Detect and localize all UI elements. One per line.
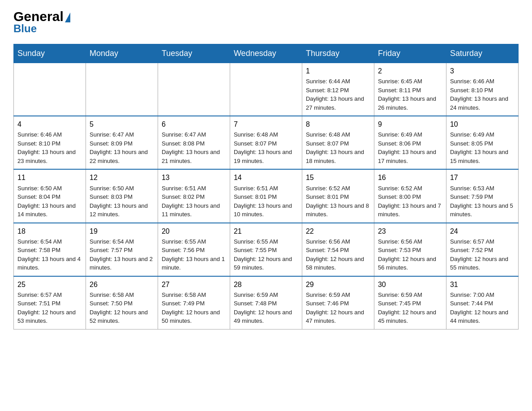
day-info: Sunrise: 6:50 AMSunset: 8:04 PMDaylight:… — [17, 184, 82, 219]
day-info: Sunrise: 6:53 AMSunset: 7:59 PMDaylight:… — [450, 184, 515, 219]
day-number: 4 — [17, 119, 82, 129]
calendar-cell: 9Sunrise: 6:49 AMSunset: 8:06 PMDaylight… — [374, 116, 446, 169]
day-number: 16 — [378, 172, 442, 183]
day-number: 26 — [90, 279, 154, 290]
weekday-header-row: SundayMondayTuesdayWednesdayThursdayFrid… — [14, 44, 519, 63]
calendar-cell: 2Sunrise: 6:45 AMSunset: 8:11 PMDaylight… — [374, 63, 446, 116]
day-info: Sunrise: 6:58 AMSunset: 7:50 PMDaylight:… — [90, 291, 154, 325]
calendar-cell: 25Sunrise: 6:57 AMSunset: 7:51 PMDayligh… — [14, 276, 86, 330]
calendar-cell: 23Sunrise: 6:56 AMSunset: 7:53 PMDayligh… — [374, 223, 446, 276]
day-info: Sunrise: 6:54 AMSunset: 7:57 PMDaylight:… — [90, 237, 154, 272]
header: General Blue — [13, 9, 519, 35]
day-info: Sunrise: 6:52 AMSunset: 8:00 PMDaylight:… — [378, 184, 442, 219]
calendar-cell: 14Sunrise: 6:51 AMSunset: 8:01 PMDayligh… — [230, 169, 302, 223]
calendar-cell: 29Sunrise: 6:59 AMSunset: 7:46 PMDayligh… — [302, 276, 374, 330]
calendar-cell — [14, 63, 86, 116]
day-info: Sunrise: 6:57 AMSunset: 7:51 PMDaylight:… — [17, 291, 82, 325]
calendar-cell: 1Sunrise: 6:44 AMSunset: 8:12 PMDaylight… — [302, 63, 374, 116]
calendar-cell: 26Sunrise: 6:58 AMSunset: 7:50 PMDayligh… — [86, 276, 158, 330]
day-number: 20 — [162, 226, 226, 236]
day-number: 12 — [90, 172, 154, 183]
calendar-cell: 17Sunrise: 6:53 AMSunset: 7:59 PMDayligh… — [446, 169, 518, 223]
calendar-cell: 22Sunrise: 6:56 AMSunset: 7:54 PMDayligh… — [302, 223, 374, 276]
calendar-cell: 6Sunrise: 6:47 AMSunset: 8:08 PMDaylight… — [158, 116, 230, 169]
calendar-cell: 8Sunrise: 6:48 AMSunset: 8:07 PMDaylight… — [302, 116, 374, 169]
weekday-header-monday: Monday — [86, 44, 158, 63]
day-info: Sunrise: 6:46 AMSunset: 8:10 PMDaylight:… — [17, 130, 82, 165]
day-number: 18 — [17, 226, 82, 236]
day-info: Sunrise: 6:55 AMSunset: 7:55 PMDaylight:… — [234, 237, 298, 272]
day-info: Sunrise: 6:56 AMSunset: 7:54 PMDaylight:… — [306, 237, 370, 272]
weekday-header-wednesday: Wednesday — [230, 44, 302, 63]
day-info: Sunrise: 6:52 AMSunset: 8:01 PMDaylight:… — [306, 184, 370, 219]
day-number: 10 — [450, 119, 515, 129]
day-info: Sunrise: 6:51 AMSunset: 8:01 PMDaylight:… — [234, 184, 298, 219]
day-number: 7 — [234, 119, 298, 129]
day-info: Sunrise: 6:48 AMSunset: 8:07 PMDaylight:… — [306, 130, 370, 165]
day-number: 25 — [17, 279, 82, 290]
day-number: 5 — [90, 119, 154, 129]
calendar-week-1: 1Sunrise: 6:44 AMSunset: 8:12 PMDaylight… — [14, 63, 519, 116]
day-info: Sunrise: 6:47 AMSunset: 8:09 PMDaylight:… — [90, 130, 154, 165]
calendar-cell — [86, 63, 158, 116]
day-number: 6 — [162, 119, 226, 129]
weekday-header-tuesday: Tuesday — [158, 44, 230, 63]
day-number: 8 — [306, 119, 370, 129]
day-number: 19 — [90, 226, 154, 236]
calendar-cell: 13Sunrise: 6:51 AMSunset: 8:02 PMDayligh… — [158, 169, 230, 223]
day-info: Sunrise: 6:47 AMSunset: 8:08 PMDaylight:… — [162, 130, 226, 165]
day-info: Sunrise: 7:00 AMSunset: 7:44 PMDaylight:… — [450, 291, 515, 325]
day-number: 22 — [306, 226, 370, 236]
day-info: Sunrise: 6:59 AMSunset: 7:46 PMDaylight:… — [306, 291, 370, 325]
day-info: Sunrise: 6:55 AMSunset: 7:56 PMDaylight:… — [162, 237, 226, 272]
day-number: 31 — [450, 279, 515, 290]
day-number: 14 — [234, 172, 298, 183]
day-info: Sunrise: 6:56 AMSunset: 7:53 PMDaylight:… — [378, 237, 442, 272]
logo-blue: Blue — [13, 22, 37, 35]
weekday-header-saturday: Saturday — [446, 44, 518, 63]
day-number: 24 — [450, 226, 515, 236]
calendar-cell: 5Sunrise: 6:47 AMSunset: 8:09 PMDaylight… — [86, 116, 158, 169]
day-info: Sunrise: 6:48 AMSunset: 8:07 PMDaylight:… — [234, 130, 298, 165]
day-info: Sunrise: 6:49 AMSunset: 8:06 PMDaylight:… — [378, 130, 442, 165]
calendar-cell: 7Sunrise: 6:48 AMSunset: 8:07 PMDaylight… — [230, 116, 302, 169]
day-info: Sunrise: 6:59 AMSunset: 7:48 PMDaylight:… — [234, 291, 298, 325]
day-number: 3 — [450, 66, 515, 76]
day-number: 29 — [306, 279, 370, 290]
logo: General Blue — [13, 9, 70, 35]
day-number: 23 — [378, 226, 442, 236]
calendar-cell: 16Sunrise: 6:52 AMSunset: 8:00 PMDayligh… — [374, 169, 446, 223]
day-info: Sunrise: 6:50 AMSunset: 8:03 PMDaylight:… — [90, 184, 154, 219]
day-info: Sunrise: 6:59 AMSunset: 7:45 PMDaylight:… — [378, 291, 442, 325]
calendar-cell: 11Sunrise: 6:50 AMSunset: 8:04 PMDayligh… — [14, 169, 86, 223]
calendar-cell: 19Sunrise: 6:54 AMSunset: 7:57 PMDayligh… — [86, 223, 158, 276]
calendar-table: SundayMondayTuesdayWednesdayThursdayFrid… — [13, 44, 519, 330]
weekday-header-friday: Friday — [374, 44, 446, 63]
calendar-cell — [158, 63, 230, 116]
calendar-cell: 31Sunrise: 7:00 AMSunset: 7:44 PMDayligh… — [446, 276, 518, 330]
calendar-cell: 15Sunrise: 6:52 AMSunset: 8:01 PMDayligh… — [302, 169, 374, 223]
calendar-cell: 18Sunrise: 6:54 AMSunset: 7:58 PMDayligh… — [14, 223, 86, 276]
calendar-cell: 12Sunrise: 6:50 AMSunset: 8:03 PMDayligh… — [86, 169, 158, 223]
calendar-week-4: 18Sunrise: 6:54 AMSunset: 7:58 PMDayligh… — [14, 223, 519, 276]
day-number: 11 — [17, 172, 82, 183]
day-number: 28 — [234, 279, 298, 290]
day-info: Sunrise: 6:44 AMSunset: 8:12 PMDaylight:… — [306, 77, 370, 112]
day-info: Sunrise: 6:45 AMSunset: 8:11 PMDaylight:… — [378, 77, 442, 112]
day-info: Sunrise: 6:46 AMSunset: 8:10 PMDaylight:… — [450, 77, 515, 112]
day-number: 13 — [162, 172, 226, 183]
weekday-header-sunday: Sunday — [14, 44, 86, 63]
day-number: 17 — [450, 172, 515, 183]
calendar-cell — [230, 63, 302, 116]
day-info: Sunrise: 6:57 AMSunset: 7:52 PMDaylight:… — [450, 237, 515, 272]
logo-general: General — [13, 9, 70, 24]
weekday-header-thursday: Thursday — [302, 44, 374, 63]
calendar-cell: 27Sunrise: 6:58 AMSunset: 7:49 PMDayligh… — [158, 276, 230, 330]
calendar-week-3: 11Sunrise: 6:50 AMSunset: 8:04 PMDayligh… — [14, 169, 519, 223]
day-number: 1 — [306, 66, 370, 76]
day-info: Sunrise: 6:49 AMSunset: 8:05 PMDaylight:… — [450, 130, 515, 165]
calendar-cell: 20Sunrise: 6:55 AMSunset: 7:56 PMDayligh… — [158, 223, 230, 276]
calendar-cell: 28Sunrise: 6:59 AMSunset: 7:48 PMDayligh… — [230, 276, 302, 330]
calendar-cell: 24Sunrise: 6:57 AMSunset: 7:52 PMDayligh… — [446, 223, 518, 276]
day-info: Sunrise: 6:54 AMSunset: 7:58 PMDaylight:… — [17, 237, 82, 272]
